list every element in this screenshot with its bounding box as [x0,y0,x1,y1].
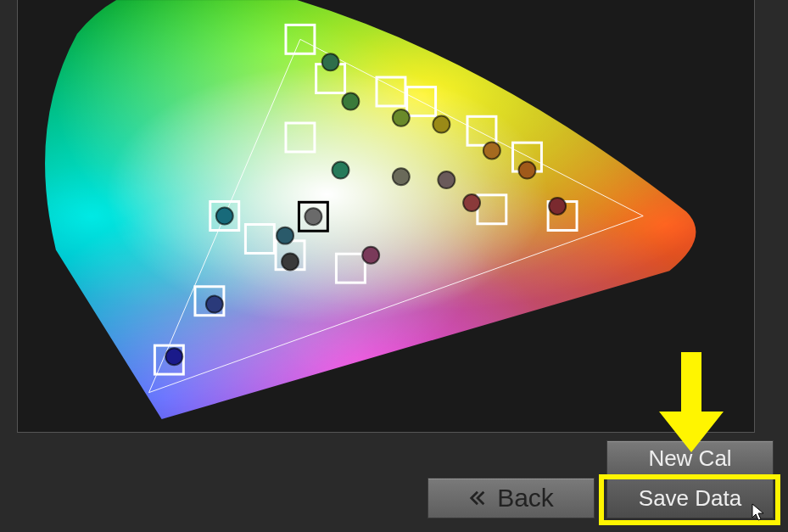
measured-point[interactable] [433,116,450,133]
back-label: Back [497,484,554,512]
measured-point[interactable] [362,247,379,264]
measured-point[interactable] [333,162,349,179]
new-cal-button[interactable]: New Cal [606,440,774,476]
chromaticity-plot-panel [17,0,755,433]
cie-diagram [18,0,754,432]
measured-point[interactable] [393,109,410,126]
back-button[interactable]: Back [428,478,595,518]
measured-point[interactable] [393,168,410,185]
measured-point[interactable] [206,296,223,313]
measured-point[interactable] [518,162,535,179]
measured-point[interactable] [322,53,339,70]
measured-point[interactable] [463,194,480,211]
measured-point[interactable] [305,208,321,225]
measured-point[interactable] [165,348,182,365]
measured-point[interactable] [342,93,359,110]
footer-bar: New Cal Save Data Back [0,434,788,532]
new-cal-label: New Cal [648,445,731,472]
measured-point[interactable] [438,171,455,188]
measured-point[interactable] [216,208,233,225]
measured-point[interactable] [549,198,566,215]
save-data-button[interactable]: Save Data [606,478,774,518]
measured-point[interactable] [277,227,293,244]
chevron-double-left-icon [468,489,487,507]
save-data-label: Save Data [639,485,741,512]
measured-point[interactable] [282,253,299,270]
measured-point[interactable] [483,142,500,159]
